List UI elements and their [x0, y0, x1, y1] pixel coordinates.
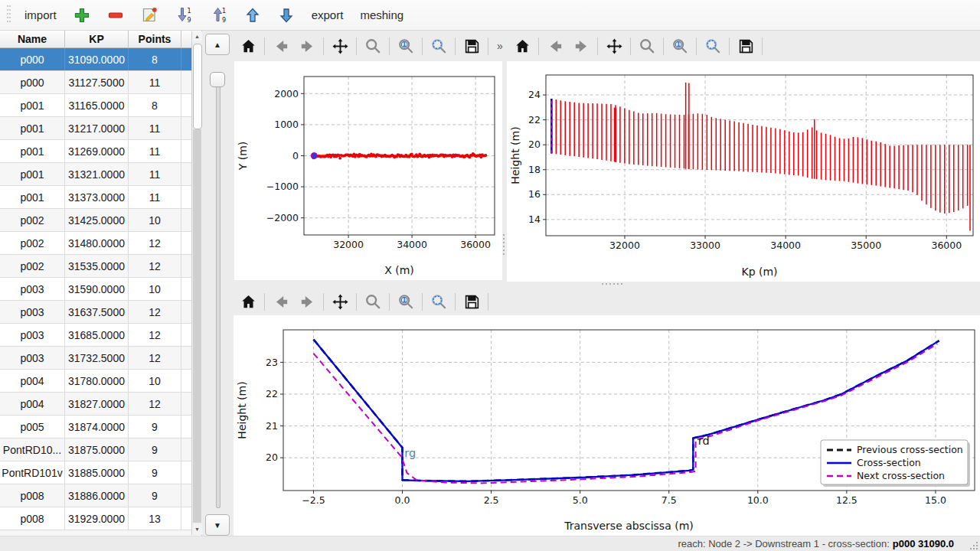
table-scroll-up-arrow[interactable]: ▲: [192, 31, 202, 41]
row-name-cell: PontRD10...: [0, 439, 65, 461]
table-row[interactable]: p00231480.000012: [0, 232, 201, 255]
nav-zoom-rect-button[interactable]: [426, 35, 451, 57]
horizontal-splitter-handle[interactable]: [602, 283, 622, 285]
add-cross-section-button[interactable]: [67, 5, 97, 26]
svg-text:36000: 36000: [931, 240, 962, 251]
nav-forward-button[interactable]: [295, 35, 319, 57]
table-row[interactable]: p00231425.000010: [0, 209, 201, 232]
zoom-rect-icon: [430, 293, 448, 311]
table-row[interactable]: p00431780.000010: [0, 370, 201, 393]
vertical-splitter-handle[interactable]: [503, 234, 505, 255]
row-points-cell: 9: [129, 416, 181, 438]
nav-home-button[interactable]: [236, 35, 260, 57]
section-down-button[interactable]: ▼: [205, 514, 230, 536]
column-header-name[interactable]: Name: [0, 31, 65, 47]
sort-descending-icon: 1 9: [175, 6, 193, 24]
nav-pan-button[interactable]: [602, 35, 626, 57]
row-kp-cell: 31217.0000: [65, 117, 129, 139]
section-up-button[interactable]: ▲: [205, 34, 230, 55]
nav-save-button[interactable]: [459, 291, 484, 312]
row-points-cell: 11: [129, 186, 181, 208]
row-points-cell: 9: [129, 484, 181, 507]
import-button[interactable]: import: [18, 6, 64, 24]
svg-text:34000: 34000: [770, 240, 801, 251]
nav-home-button[interactable]: [510, 35, 534, 57]
toolbar-drag-handle[interactable]: [3, 4, 15, 27]
row-kp-cell: 31732.5000: [65, 347, 129, 369]
table-row[interactable]: p00331732.500012: [0, 347, 201, 370]
table-row[interactable]: p00531874.00009: [0, 416, 201, 439]
home-icon: [240, 37, 257, 55]
nav-zoom-rect-button[interactable]: [701, 35, 725, 57]
move-down-button[interactable]: [271, 5, 302, 26]
svg-text:35000: 35000: [851, 240, 881, 251]
row-kp-cell: 31637.5000: [65, 301, 129, 323]
nav-zoom-button[interactable]: [361, 35, 385, 57]
export-button[interactable]: export: [305, 6, 351, 24]
table-row[interactable]: p00431827.000012: [0, 393, 201, 416]
nav-zoom-original-button[interactable]: 1: [394, 291, 418, 312]
row-points-cell: 10: [129, 278, 181, 300]
table-scrollbar-thumb[interactable]: [193, 44, 202, 129]
toolbar-separator: [488, 37, 488, 55]
column-header-points[interactable]: Points: [129, 31, 181, 47]
meshing-button[interactable]: meshing: [353, 6, 410, 24]
nav-back-button[interactable]: [543, 35, 567, 57]
table-row[interactable]: p00231535.000012: [0, 255, 201, 278]
table-row[interactable]: p00031127.500011: [0, 71, 201, 94]
remove-icon: [107, 7, 124, 24]
cross-section-plot[interactable]: −2.50.02.55.07.510.012.515.020212223Tran…: [234, 315, 980, 536]
plan-view-plot[interactable]: 320003400036000−2000−1000010002000X (m)Y…: [234, 61, 502, 280]
svg-text:rd: rd: [698, 435, 710, 447]
table-row[interactable]: PontRD10...31875.00009: [0, 439, 201, 461]
table-row[interactable]: p00131269.000011: [0, 140, 201, 163]
section-slider-thumb[interactable]: [210, 72, 225, 87]
nav-save-button[interactable]: [459, 35, 484, 57]
table-scrollbar-track[interactable]: [193, 129, 201, 523]
drag-handle-dots: [6, 4, 11, 24]
remove-cross-section-button[interactable]: [100, 5, 131, 26]
nav-zoom-rect-button[interactable]: [426, 291, 451, 312]
table-row[interactable]: p00131165.00008: [0, 94, 201, 117]
nav-zoom-button[interactable]: [361, 291, 385, 312]
longitudinal-profile-plot[interactable]: 3200033000340003500036000141618202224Kp …: [507, 61, 980, 282]
resize-grip[interactable]: [969, 541, 978, 550]
edit-cross-section-button[interactable]: [134, 4, 165, 26]
nav-forward-button[interactable]: [295, 291, 319, 312]
table-row[interactable]: p00131321.000011: [0, 163, 201, 186]
table-row[interactable]: p00131373.000011: [0, 186, 201, 209]
sort-descending-button[interactable]: 1 9: [168, 4, 200, 26]
table-scrollbar[interactable]: ▲ ▼: [191, 31, 202, 535]
row-points-cell: 13: [129, 507, 181, 530]
forward-icon: [299, 37, 316, 55]
move-up-button[interactable]: [237, 5, 268, 26]
table-row[interactable]: p00331685.000012: [0, 324, 201, 347]
table-row[interactable]: PontRD101v31885.00009: [0, 461, 201, 484]
section-slider-groove[interactable]: [216, 86, 220, 508]
toolbar-separator: [663, 37, 664, 55]
nav-forward-button[interactable]: [569, 35, 593, 57]
table-scroll-down-arrow[interactable]: ▼: [192, 524, 202, 534]
nav-zoom-original-button[interactable]: 1: [394, 35, 418, 57]
table-row[interactable]: p00331637.500012: [0, 301, 201, 324]
row-kp-cell: 31127.5000: [65, 71, 129, 93]
table-row[interactable]: p00831929.000013: [0, 507, 201, 530]
nav-pan-button[interactable]: [328, 35, 352, 57]
column-header-kp[interactable]: KP: [65, 31, 129, 47]
nav-zoom-button[interactable]: [635, 35, 659, 57]
toolbar-overflow-chevron[interactable]: »: [492, 40, 508, 52]
svg-text:21: 21: [266, 420, 278, 432]
table-row[interactable]: p00131217.000011: [0, 117, 201, 140]
table-row[interactable]: p00031090.00008: [0, 48, 201, 71]
nav-zoom-original-button[interactable]: 1: [668, 35, 692, 57]
status-bar: reach: Node 2 -> Downstream 1 - cross-se…: [0, 536, 980, 551]
sort-ascending-button[interactable]: 1 9: [203, 4, 234, 26]
move-down-icon: [278, 7, 295, 24]
nav-save-button[interactable]: [733, 35, 758, 57]
nav-back-button[interactable]: [269, 291, 293, 312]
nav-home-button[interactable]: [236, 291, 260, 312]
nav-pan-button[interactable]: [328, 291, 352, 312]
nav-back-button[interactable]: [269, 35, 293, 57]
table-row[interactable]: p00331590.000010: [0, 278, 201, 301]
table-row[interactable]: p00831886.00009: [0, 484, 201, 507]
